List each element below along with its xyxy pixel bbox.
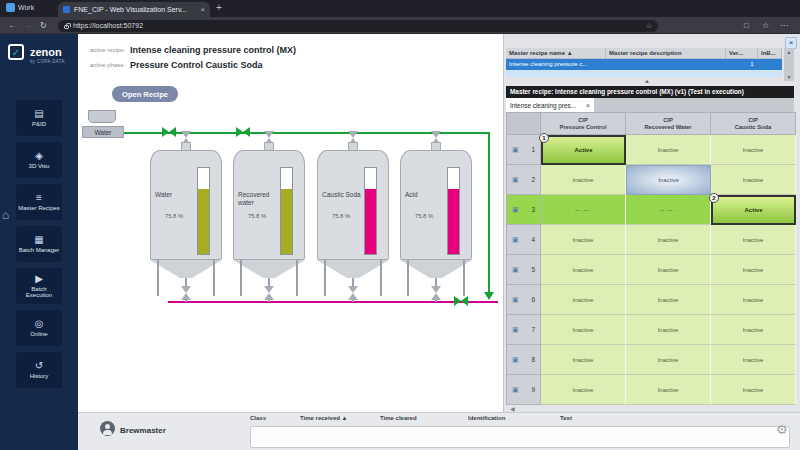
logo-check-glyph: ✓ [12,47,20,58]
alarm-col-header[interactable]: Identification [468,415,505,421]
settings-gear-icon[interactable]: ⚙ [776,422,788,437]
sidebar-item-master-recipes[interactable]: ≡Master Recipes [16,184,62,220]
sidebar-item-pid[interactable]: ▤P&ID [16,100,62,136]
matrix-phase-cell[interactable]: Inactive [711,285,796,315]
recipe-tab-strip: Intense cleaning pres... × [506,98,794,112]
sidebar-item-online[interactable]: ◎Online [16,310,62,346]
recipe-tab-close-icon[interactable]: × [586,102,590,109]
outlet-pipe [185,278,187,286]
matrix-phase-cell[interactable]: Inactive [626,315,711,345]
matrix-phase-cell[interactable]: Inactive [626,255,711,285]
sidebar-item-batch-execution[interactable]: ▶Batch Execution [16,268,62,304]
matrix-phase-cell[interactable]: Inactive [626,165,711,195]
new-tab-button[interactable]: + [216,2,222,13]
phase-state-text: Inactive [743,297,764,303]
favorite-star-icon[interactable]: ☆ [646,22,652,30]
supply-valve-icon[interactable] [236,127,250,137]
alarm-col-header[interactable]: Time cleared [380,415,417,421]
recipe-col-header[interactable]: Master recipe name ▲ [506,48,606,58]
browser-profile[interactable]: Work [6,3,34,12]
tab-title: FNE_CIP - Web Visualization Serv... [74,6,187,13]
tank-outlet-valve-icon[interactable] [181,286,191,300]
matrix-phase-cell[interactable]: Inactive [626,285,711,315]
matrix-phase-cell[interactable]: Inactive [541,315,626,345]
matrix-phase-cell[interactable]: Inactive [711,135,796,165]
recipe-table-row-selected[interactable]: Intense cleaning pressure c... 1 [506,59,782,70]
matrix-unit-header: CIPPressure Control [541,113,626,135]
matrix-phase-cell[interactable]: Inactive [541,255,626,285]
open-recipe-button[interactable]: Open Recipe [112,86,178,102]
recipe-tab[interactable]: Intense cleaning pres... × [506,98,594,112]
matrix-scroll-left-icon[interactable]: ◀ [510,405,515,412]
sidebar-item-3d-visu[interactable]: ◈3D Visu [16,142,62,178]
matrix-phase-cell[interactable]: Inactive [711,255,796,285]
recipe-table-row-empty[interactable] [506,70,782,77]
split-window-icon[interactable]: □ [744,21,749,30]
matrix-step-cell[interactable]: ▣2 [507,165,541,195]
tank-outlet-valve-icon[interactable] [348,286,358,300]
recipe-table-scrollbar[interactable]: ▲ ▼ [784,48,794,81]
matrix-step-cell[interactable]: ▣9 [507,375,541,405]
matrix-step-cell[interactable]: ▣4 [507,225,541,255]
url-text: https://localhost:50792 [73,22,143,29]
sidebar-item-history[interactable]: ↺History [16,352,62,388]
matrix-step-cell[interactable]: ▣7 [507,315,541,345]
alarm-col-header[interactable]: Time received ▲ [300,415,348,421]
phase-state-text: Inactive [573,297,594,303]
browser-address-bar: ← → ↻ https://localhost:50792 ☆ □ ☆ ⋯ [0,17,800,34]
matrix-phase-cell[interactable]: Inactive [711,165,796,195]
tank-leg [380,260,382,296]
matrix-phase-cell[interactable]: Inactive [541,345,626,375]
matrix-phase-cell[interactable]: Inactive [541,225,626,255]
matrix-phase-cell[interactable]: Inactive [626,345,711,375]
matrix-step-cell[interactable]: ▣6 [507,285,541,315]
matrix-phase-cell[interactable]: Inactive [541,285,626,315]
matrix-phase-cell[interactable]: Inactive [711,315,796,345]
tank-outlet-valve-icon[interactable] [431,286,441,300]
matrix-phase-cell[interactable]: 2Active [711,195,796,225]
user-avatar [100,421,115,436]
recipe-col-header[interactable]: Master recipe description [606,48,726,58]
matrix-phase-cell[interactable]: Inactive [711,375,796,405]
matrix-step-cell[interactable]: ▣8 [507,345,541,375]
favorites-icon[interactable]: ☆ [762,21,769,30]
matrix-phase-cell[interactable]: Inactive [711,225,796,255]
browser-menu-icon[interactable]: ⋯ [780,21,788,30]
supply-valve-icon[interactable] [162,127,176,137]
matrix-phase-cell[interactable]: Inactive [626,375,711,405]
recipe-col-header[interactable]: Ver... [726,48,758,58]
matrix-phase-cell[interactable]: 1Active [541,135,626,165]
tab-close-icon[interactable]: × [200,6,205,14]
plant-model-icon[interactable]: ⌂ [2,208,9,222]
matrix-phase-cell[interactable]: Inactive [541,165,626,195]
alarm-status-bar: Brewmaster ClassTime received ▲Time clea… [78,412,800,450]
matrix-phase-cell[interactable]: – · – · [626,195,711,225]
alarm-list[interactable] [250,426,790,448]
sidebar-item-batch-manager[interactable]: ▦Batch Manager [16,226,62,262]
url-field[interactable]: https://localhost:50792 ☆ [58,20,658,32]
alarm-col-header[interactable]: Text [560,415,572,421]
matrix-phase-cell[interactable]: Inactive [626,135,711,165]
recipe-col-header[interactable]: InB... [758,48,782,58]
matrix-phase-cell[interactable]: Inactive [711,345,796,375]
phase-state-text: Inactive [658,237,679,243]
matrix-phase-cell[interactable]: Inactive [541,375,626,405]
matrix-step-cell[interactable]: ▣1 [507,135,541,165]
forward-icon[interactable]: → [24,21,32,30]
zenon-logo-icon: ✓ [8,44,24,60]
scroll-down-icon[interactable]: ▼ [784,74,794,80]
matrix-row: ▣3– · – ·– · – ·2Active [507,195,796,225]
alarm-col-header[interactable]: Class [250,415,266,421]
tank-outlet-valve-icon[interactable] [264,286,274,300]
scroll-up-icon[interactable]: ▲ [784,49,794,55]
master-recipe-title-bar: Master recipe: Intense cleaning pressure… [506,86,794,98]
matrix-step-cell[interactable]: ▣5 [507,255,541,285]
refresh-icon[interactable]: ↻ [40,21,47,30]
matrix-step-cell[interactable]: ▣3 [507,195,541,225]
matrix-phase-cell[interactable]: Inactive [626,225,711,255]
collapse-table-icon[interactable]: ▲ [644,78,650,84]
matrix-row: ▣4InactiveInactiveInactive [507,225,796,255]
browser-tab[interactable]: FNE_CIP - Web Visualization Serv... × [58,2,210,17]
matrix-phase-cell[interactable]: – · – · [541,195,626,225]
back-icon[interactable]: ← [8,21,16,30]
